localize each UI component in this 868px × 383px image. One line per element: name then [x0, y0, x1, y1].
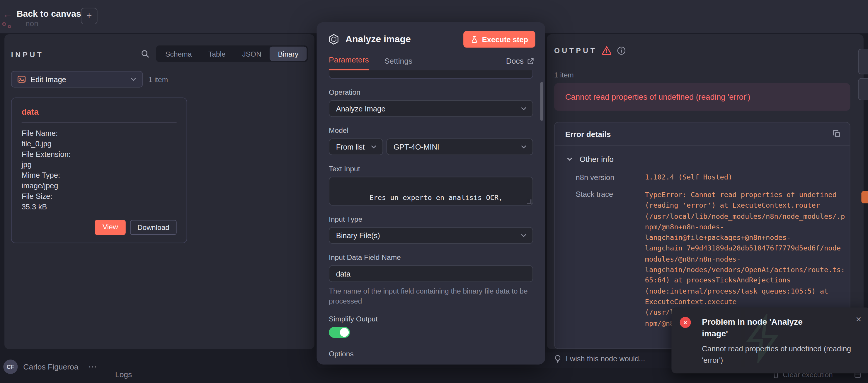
file-name-value: file_0.jpg — [22, 139, 177, 149]
logo-dot-icon — [2, 22, 6, 26]
modal-scrollbar[interactable] — [540, 82, 543, 121]
n8n-version-value: 1.102.4 (Self Hosted) — [645, 173, 733, 181]
output-panel-title: OUTPUT — [554, 46, 597, 55]
tab-table[interactable]: Table — [200, 47, 234, 61]
input-source-value: Edit Image — [30, 75, 66, 83]
node-wish-button[interactable]: I wish this node would... — [554, 355, 645, 363]
wish-label: I wish this node would... — [566, 355, 645, 363]
search-icon[interactable] — [141, 49, 149, 58]
avatar[interactable]: CF — [3, 359, 18, 374]
copy-icon[interactable] — [833, 129, 841, 138]
error-circle-icon: × — [680, 317, 691, 328]
image-icon — [17, 75, 26, 84]
error-banner-text: Cannot read properties of undefined (rea… — [565, 92, 750, 101]
input-type-select[interactable]: Binary File(s) — [329, 227, 533, 244]
operation-value: Analyze Image — [336, 105, 386, 113]
output-item-count: 1 item — [554, 71, 574, 79]
workflow-name: non — [26, 19, 38, 28]
input-data-field-name-value: data — [336, 269, 351, 278]
input-type-value: Binary File(s) — [336, 231, 380, 240]
tab-schema[interactable]: Schema — [157, 47, 200, 61]
other-info-section-toggle[interactable]: Other info — [566, 154, 843, 163]
input-view-tabs: Schema Table JSON Binary — [156, 46, 308, 62]
tab-parameters[interactable]: Parameters — [329, 55, 369, 70]
view-button[interactable]: View — [95, 220, 126, 235]
output-panel: OUTPUT 1 item Cannot read properties of … — [547, 34, 864, 349]
file-name-label: File Name: — [22, 128, 177, 139]
n8n-version-label: n8n version — [576, 173, 645, 181]
chevron-down-icon — [521, 143, 527, 150]
model-mode-value: From list — [336, 143, 365, 151]
file-extension-label: File Extension: — [22, 149, 177, 159]
execute-step-button[interactable]: Execute step — [463, 31, 535, 48]
execute-step-label: Execute step — [482, 35, 528, 43]
file-size-label: File Size: — [22, 191, 177, 202]
lightning-watermark-icon — [739, 314, 788, 363]
canvas-node-sliver — [858, 49, 868, 74]
logo-dot-icon — [8, 25, 11, 28]
chevron-down-icon — [130, 76, 137, 83]
logs-toggle[interactable]: Logs — [115, 370, 132, 379]
canvas-node-sliver — [858, 78, 868, 100]
stack-trace-label: Stack trace — [576, 189, 645, 328]
tab-json[interactable]: JSON — [234, 47, 270, 61]
mime-type-label: Mime Type: — [22, 170, 177, 181]
chevron-down-icon — [521, 232, 527, 239]
input-data-field-name-input[interactable]: data — [329, 265, 533, 282]
parameters-form: Operation Analyze Image Model From list … — [317, 70, 545, 374]
back-to-canvas-button[interactable]: Back to canvas — [17, 9, 81, 19]
model-select[interactable]: GPT-4O-MINI — [386, 139, 533, 155]
options-label: Options — [329, 350, 533, 358]
flask-icon — [470, 35, 478, 43]
warning-triangle-icon — [602, 46, 612, 55]
chevron-down-icon — [566, 155, 574, 163]
input-panel: INPUT Schema Table JSON Binary Edit Imag… — [4, 34, 314, 349]
openai-logo-icon — [328, 33, 340, 46]
error-banner: Cannot read properties of undefined (rea… — [554, 83, 850, 111]
chevron-down-icon — [521, 105, 527, 112]
input-data-field-name-label: Input Data Field Name — [329, 253, 533, 261]
file-size-value: 35.3 kB — [22, 202, 177, 212]
docs-label: Docs — [506, 57, 524, 65]
simplify-output-label: Simplify Output — [329, 315, 533, 323]
simplify-output-toggle[interactable] — [329, 327, 350, 338]
close-icon[interactable]: × — [856, 314, 862, 325]
binary-data-card: data File Name: file_0.jpg File Extensio… — [11, 97, 187, 243]
tab-binary[interactable]: Binary — [270, 47, 307, 61]
model-label: Model — [329, 126, 533, 135]
file-extension-value: jpg — [22, 159, 177, 170]
user-menu[interactable]: CF Carlos Figueroa ⋯ — [3, 359, 97, 374]
cut-off-field[interactable] — [329, 70, 533, 79]
other-info-label: Other info — [580, 154, 614, 163]
input-item-count: 1 item — [148, 75, 168, 83]
text-input-label: Text Input — [329, 165, 533, 173]
docs-link[interactable]: Docs — [506, 57, 534, 70]
chevron-down-icon — [370, 143, 377, 150]
model-mode-select[interactable]: From list — [329, 139, 383, 155]
lightbulb-icon — [554, 355, 562, 363]
tab-settings[interactable]: Settings — [384, 57, 413, 70]
add-button[interactable]: + — [81, 8, 98, 24]
error-toast: × Problem in node 'Analyze image' Cannot… — [671, 307, 868, 373]
operation-select[interactable]: Analyze Image — [329, 100, 533, 117]
download-button[interactable]: Download — [130, 220, 177, 235]
input-data-field-help: The name of the input field containing t… — [329, 287, 533, 306]
info-icon[interactable] — [617, 46, 626, 55]
more-options-icon[interactable]: ⋯ — [89, 362, 97, 372]
text-input-value: Eres un experto en analisis OCR, mira la… — [336, 193, 503, 206]
input-panel-title: INPUT — [11, 50, 44, 58]
back-arrow-icon[interactable]: ← — [3, 9, 12, 21]
resize-handle-icon[interactable] — [527, 199, 531, 204]
n8n-node-detail-view: ← Back to canvas non + INPUT Schema Tabl… — [0, 0, 868, 383]
user-name: Carlos Figueroa — [23, 362, 78, 371]
node-title: Analyze image — [345, 34, 411, 45]
input-type-label: Input Type — [329, 215, 533, 223]
binary-field-name: data — [22, 107, 177, 123]
text-input-textarea[interactable]: Eres un experto en analisis OCR, mira la… — [329, 177, 533, 206]
input-source-select[interactable]: Edit Image — [11, 71, 143, 88]
error-details-title: Error details — [565, 129, 611, 138]
node-settings-modal: Analyze image Execute step Parameters Se… — [317, 22, 545, 364]
mime-type-value: image/jpeg — [22, 181, 177, 191]
operation-label: Operation — [329, 88, 533, 96]
canvas-node-orange-sliver — [861, 191, 868, 204]
